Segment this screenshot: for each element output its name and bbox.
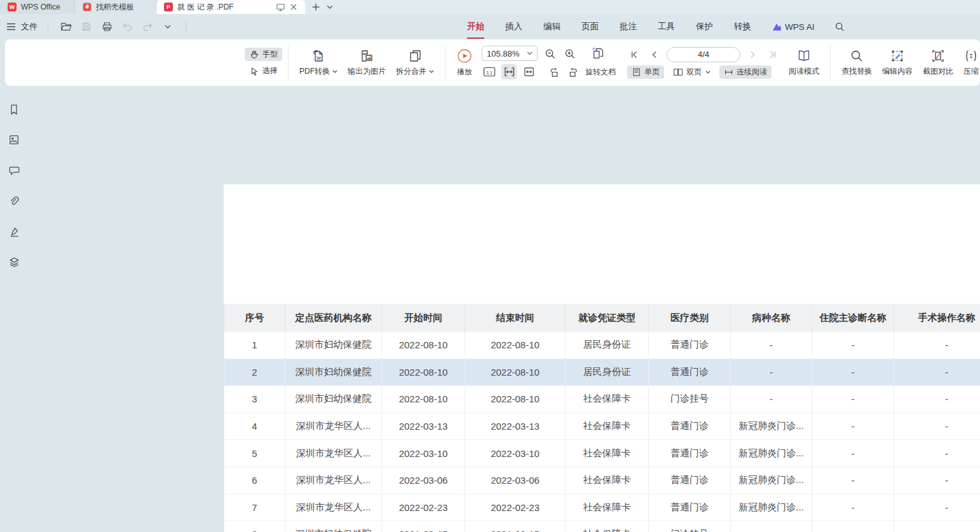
menu-item-wps-ai[interactable]: WPS AI (771, 20, 816, 34)
chevron-down-icon (705, 71, 711, 74)
table-cell: 1 (224, 332, 285, 358)
tab-document-active[interactable]: P 就 医 记 录 .PDF (156, 0, 305, 14)
tab-wps-office[interactable]: W WPS Office (0, 0, 75, 14)
monitor-icon[interactable] (276, 3, 285, 11)
signature-icon[interactable] (6, 223, 22, 240)
table-cell: 普通门诊 (648, 332, 730, 358)
rotate-right-button[interactable] (566, 64, 581, 79)
table-row: 4深圳市龙华区人...2022-03-132022-03-13社会保障卡普通门诊… (224, 413, 980, 440)
select-tool-button[interactable]: 选择 (245, 64, 282, 78)
quickbar-more-chevron-icon[interactable] (160, 19, 175, 34)
rotate-pages-button[interactable] (590, 46, 606, 61)
table-cell: 居民身份证 (565, 332, 648, 358)
rotate-left-button[interactable] (546, 64, 561, 79)
table-cell: 深圳市龙华区人... (285, 413, 381, 440)
table-cell: 2022-08-10 (465, 332, 565, 358)
table-cell: 深圳市龙华区人... (285, 467, 381, 494)
open-file-button[interactable] (58, 19, 74, 34)
pdf-page[interactable]: 序号 定点医药机构名称 开始时间 结束时间 就诊凭证类型 医疗类别 病种名称 住… (224, 184, 980, 532)
table-cell: 深圳市妇幼保健院 (285, 521, 381, 532)
menu-item-annotate[interactable]: 批注 (618, 18, 638, 35)
menu-hamburger-icon[interactable] (6, 23, 16, 31)
zoom-out-button[interactable] (542, 46, 557, 61)
edit-content-icon (890, 48, 905, 64)
table-header: 定点医药机构名称 (285, 304, 381, 332)
edit-content-button[interactable]: 编辑内容 (877, 48, 918, 77)
new-tab-icon[interactable] (311, 3, 320, 11)
table-cell: 普通门诊 (648, 494, 730, 521)
menu-item-tools[interactable]: 工具 (657, 18, 676, 35)
undo-button[interactable] (119, 19, 135, 34)
close-tab-icon[interactable] (290, 3, 297, 11)
zoom-in-button[interactable] (562, 46, 577, 61)
prev-page-button[interactable] (647, 47, 662, 62)
hand-tool-button[interactable]: 手型 (245, 48, 282, 61)
svg-text:W: W (316, 55, 322, 61)
bookmark-icon[interactable] (6, 101, 22, 118)
one-to-one-zoom-button[interactable]: 1:1 (482, 64, 497, 79)
table-row: 5深圳市龙华区人...2022-03-102022-03-10社会保障卡普通门诊… (224, 440, 980, 467)
zoom-level-select[interactable]: 105.88% (482, 46, 538, 61)
table-cell: 深圳市龙华区人... (285, 440, 381, 467)
save-button[interactable] (79, 19, 94, 34)
screenshot-compare-button[interactable]: 截图对比 (918, 48, 958, 77)
document-area: 序号 定点医药机构名称 开始时间 结束时间 就诊凭证类型 医疗类别 病种名称 住… (28, 86, 980, 532)
continuous-read-button[interactable]: 连续阅读 (719, 65, 772, 79)
ribbon-toolbar: 手型 选择 W PDF转换 输出为图片 拆分合并 播放 105.88% (5, 39, 980, 86)
table-cell: 社会保障卡 (565, 494, 648, 521)
menu-item-page[interactable]: 页面 (580, 18, 600, 35)
table-cell: 5 (224, 440, 285, 467)
thumbnail-icon[interactable] (6, 132, 22, 148)
table-cell: 居民身份证 (565, 359, 648, 386)
side-panel-bar (0, 86, 28, 532)
single-page-icon (632, 67, 641, 77)
fit-width-button[interactable] (501, 64, 517, 79)
fit-page-button[interactable] (521, 64, 536, 79)
menu-item-home[interactable]: 开始 (466, 18, 486, 35)
double-page-button[interactable]: 双页 (669, 65, 715, 79)
tab-label: 就 医 记 录 .PDF (177, 2, 234, 13)
table-cell: 2022-03-13 (465, 413, 565, 440)
page-number-input[interactable] (667, 47, 740, 62)
table-cell: - (730, 359, 812, 386)
table-cell: - (894, 467, 980, 494)
table-cell: 新冠肺炎门诊... (730, 413, 812, 440)
pdf-convert-button[interactable]: W PDF转换 (294, 48, 343, 77)
table-row: 6深圳市龙华区人...2022-03-062022-03-06社会保障卡普通门诊… (224, 467, 980, 494)
table-cell: 2022-02-23 (381, 494, 465, 521)
play-button[interactable]: 播放 (451, 48, 478, 78)
menu-item-convert[interactable]: 转换 (733, 18, 752, 35)
select-cursor-icon (249, 66, 259, 76)
tab-docer-templates[interactable]: 找稻壳模板 (75, 0, 156, 14)
first-page-button[interactable] (627, 47, 643, 62)
find-replace-button[interactable]: 查找替换 (836, 48, 877, 77)
layers-icon[interactable] (6, 254, 22, 270)
export-image-button[interactable]: 输出为图片 (343, 48, 391, 77)
pdf-convert-icon: W (311, 48, 326, 64)
menu-item-edit[interactable]: 编辑 (542, 18, 562, 35)
single-page-button[interactable]: 单页 (627, 65, 664, 79)
menu-item-protect[interactable]: 保护 (695, 18, 714, 35)
read-mode-button[interactable]: 阅读模式 (784, 48, 824, 77)
split-merge-button[interactable]: 拆分合并 (391, 48, 439, 77)
table-cell: - (894, 332, 980, 358)
table-cell: 深圳市妇幼保健院 (285, 386, 381, 413)
table-cell: 普通门诊 (648, 440, 730, 467)
file-menu-button[interactable]: 文件 (21, 21, 37, 32)
last-page-button[interactable] (765, 47, 780, 62)
split-merge-icon (407, 48, 423, 64)
next-page-button[interactable] (745, 47, 760, 62)
attachment-icon[interactable] (6, 193, 22, 209)
table-cell: 6 (224, 467, 285, 494)
tab-list-chevron-icon[interactable] (327, 5, 333, 9)
redo-button[interactable] (140, 19, 155, 34)
comment-icon[interactable] (6, 162, 22, 179)
print-button[interactable] (99, 19, 114, 34)
table-cell: 2022-08-10 (381, 359, 465, 386)
search-icon[interactable] (834, 22, 845, 32)
menu-item-insert[interactable]: 插入 (504, 18, 524, 35)
table-row: 8深圳市妇幼保健院2021-03-152021-03-15社会保障卡门诊挂号--… (224, 521, 980, 532)
table-cell: 2022-02-23 (465, 494, 565, 521)
rotate-doc-label[interactable]: 旋转文档 (585, 67, 616, 78)
compress-button[interactable]: 压缩 (958, 48, 980, 77)
